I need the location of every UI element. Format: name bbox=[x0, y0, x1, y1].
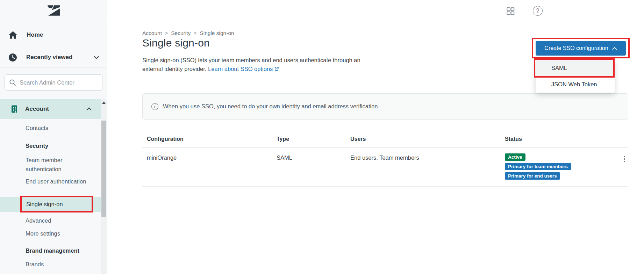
single-sign-on-label: Single sign-on bbox=[26, 201, 63, 208]
zendesk-logo-icon bbox=[47, 5, 60, 16]
cell-configuration: miniOrange bbox=[147, 154, 177, 161]
create-sso-configuration-button[interactable]: Create SSO configuration bbox=[536, 41, 626, 56]
zendesk-logo bbox=[0, 5, 107, 16]
app-window: Home Recently viewed bbox=[0, 0, 644, 274]
account-section-label: Account bbox=[25, 106, 49, 113]
column-header-configuration: Configuration bbox=[147, 136, 184, 142]
description-line-1: Single sign-on (SSO) lets your team memb… bbox=[142, 56, 360, 65]
menu-item-json-web-token[interactable]: JSON Web Token bbox=[536, 76, 615, 93]
sidebar-scrollbar-thumb[interactable] bbox=[101, 121, 106, 217]
recently-viewed-label: Recently viewed bbox=[26, 54, 72, 61]
status-badge-primary-team-members: Primary for team members bbox=[505, 163, 571, 170]
external-link-icon bbox=[274, 66, 279, 71]
info-banner: i When you use SSO, you need to do your … bbox=[142, 93, 628, 120]
learn-about-sso-link[interactable]: Learn about SSO options bbox=[208, 66, 273, 72]
chevron-down-icon bbox=[94, 56, 99, 59]
sidebar-section-account[interactable]: Account bbox=[0, 99, 101, 119]
apps-grid-icon bbox=[506, 7, 515, 16]
sso-configurations-table: Configuration Type Users Status miniOran… bbox=[142, 135, 628, 187]
cell-type: SAML bbox=[277, 154, 292, 161]
scrollbar-up-arrow-icon[interactable] bbox=[102, 101, 106, 104]
search-box[interactable] bbox=[5, 74, 102, 91]
sso-type-dropdown-menu: SAML JSON Web Token bbox=[536, 60, 615, 93]
breadcrumb: Account > Security > Single sign-on bbox=[142, 30, 234, 36]
sidebar-header-brand-management: Brand management bbox=[26, 247, 79, 254]
sidebar-item-brands[interactable]: Brands bbox=[26, 260, 44, 269]
cell-status: Active Primary for team members Primary … bbox=[505, 153, 571, 180]
status-badge-primary-end-users: Primary for end users bbox=[505, 172, 560, 180]
sidebar-divider bbox=[0, 67, 107, 68]
help-button[interactable]: ? bbox=[533, 6, 543, 16]
page-title: Single sign-on bbox=[142, 37, 210, 49]
info-banner-text: When you use SSO, you need to do your ow… bbox=[163, 103, 379, 110]
apps-grid-button[interactable] bbox=[506, 6, 515, 16]
sidebar-item-contacts[interactable]: Contacts bbox=[26, 123, 48, 132]
sidebar: Home Recently viewed bbox=[0, 0, 107, 274]
chevron-up-icon bbox=[612, 47, 617, 50]
info-icon: i bbox=[151, 103, 158, 110]
breadcrumb-security[interactable]: Security bbox=[171, 30, 191, 36]
clock-icon bbox=[8, 53, 17, 62]
topbar: ? bbox=[107, 0, 644, 22]
sidebar-item-advanced[interactable]: Advanced bbox=[26, 216, 51, 225]
row-overflow-menu-button[interactable] bbox=[620, 154, 629, 164]
sidebar-item-more-settings[interactable]: More settings bbox=[26, 229, 60, 238]
search-icon bbox=[9, 79, 16, 86]
breadcrumb-separator: > bbox=[194, 30, 196, 36]
cell-users: End users, Team members bbox=[350, 154, 419, 161]
table-row: miniOrange SAML End users, Team members … bbox=[142, 147, 628, 187]
description-line-2: external identity provider. Learn about … bbox=[142, 65, 360, 73]
sidebar-item-home[interactable]: Home bbox=[0, 29, 107, 41]
status-badge-active: Active bbox=[505, 153, 525, 161]
building-icon bbox=[10, 105, 19, 113]
column-header-users: Users bbox=[350, 136, 366, 142]
sidebar-item-recently-viewed[interactable]: Recently viewed bbox=[0, 52, 107, 63]
sidebar-item-end-user-authentication[interactable]: End user authentication bbox=[26, 177, 88, 186]
column-header-status: Status bbox=[505, 136, 522, 142]
breadcrumb-account[interactable]: Account bbox=[142, 30, 162, 36]
sidebar-item-team-member-authentication[interactable]: Team member authentication bbox=[26, 156, 88, 174]
home-icon bbox=[8, 31, 17, 39]
menu-item-saml[interactable]: SAML bbox=[536, 60, 615, 76]
table-header-row: Configuration Type Users Status bbox=[142, 135, 628, 147]
breadcrumb-separator: > bbox=[165, 30, 168, 36]
chevron-up-icon bbox=[86, 107, 92, 110]
create-sso-button-label: Create SSO configuration bbox=[544, 45, 608, 51]
page-description: Single sign-on (SSO) lets your team memb… bbox=[142, 56, 360, 73]
sidebar-header-security: Security bbox=[26, 142, 48, 149]
search-input[interactable] bbox=[20, 79, 98, 86]
help-icon: ? bbox=[536, 8, 539, 14]
home-label: Home bbox=[27, 31, 43, 38]
sidebar-scrollbar-track bbox=[101, 99, 107, 274]
breadcrumb-single-sign-on: Single sign-on bbox=[200, 30, 234, 36]
sidebar-item-single-sign-on[interactable]: Single sign-on bbox=[0, 197, 101, 212]
column-header-type: Type bbox=[277, 136, 289, 142]
